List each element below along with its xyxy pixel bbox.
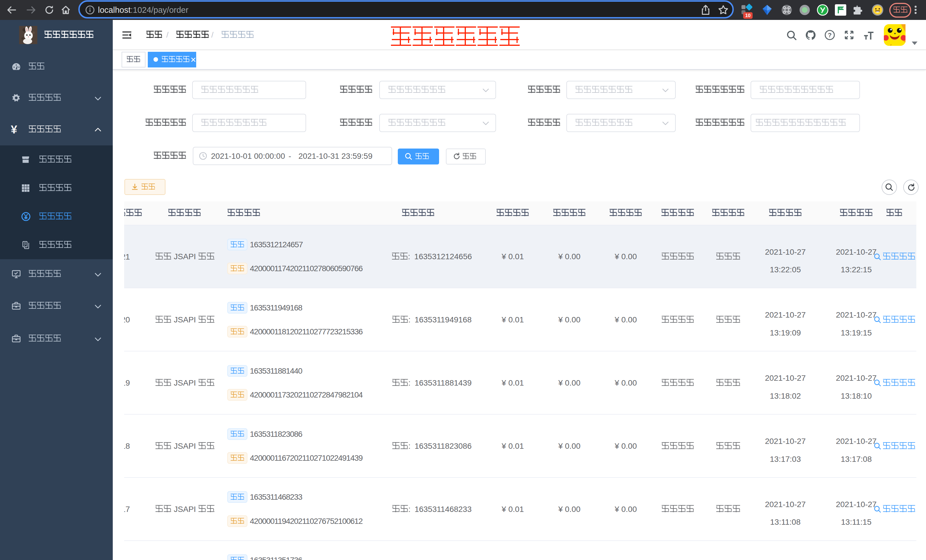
svg-text:?: ? (828, 32, 831, 39)
